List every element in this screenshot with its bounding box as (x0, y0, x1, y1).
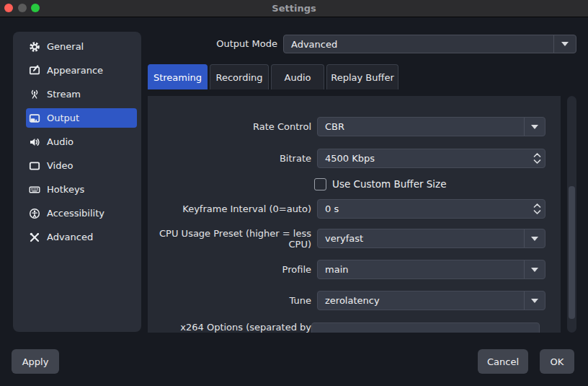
window-title: Settings (0, 0, 588, 17)
rate-control-row: Rate Control CBR (148, 117, 561, 136)
appearance-icon (28, 64, 41, 77)
sidebar-item-label: General (47, 41, 84, 52)
rate-control-label: Rate Control (148, 121, 311, 132)
output-mode-label: Output Mode (148, 35, 277, 53)
profile-value: main (325, 264, 348, 275)
cpu-preset-value: veryfast (325, 233, 363, 244)
sidebar-item-general[interactable]: General (26, 37, 137, 56)
output-icon (28, 112, 41, 125)
cpu-preset-label: CPU Usage Preset (higher = less CPU) (148, 228, 311, 250)
sidebar-item-audio[interactable]: Audio (26, 132, 137, 152)
spinner-arrows-icon[interactable] (533, 149, 541, 167)
tune-label: Tune (148, 295, 311, 306)
custom-buffer-label: Use Custom Buffer Size (332, 178, 447, 190)
profile-row: Profile main (148, 260, 561, 279)
output-mode-select[interactable]: Advanced (283, 35, 576, 53)
cancel-button[interactable]: Cancel (478, 349, 528, 374)
tab-streaming[interactable]: Streaming (148, 64, 208, 89)
cpu-preset-select[interactable]: veryfast (317, 229, 545, 248)
settings-window: Settings General Appearance Stream Outp (0, 0, 588, 386)
rate-control-select[interactable]: CBR (317, 117, 545, 136)
sidebar-item-label: Advanced (47, 232, 93, 242)
vertical-scrollbar[interactable] (567, 96, 576, 333)
sidebar-item-stream[interactable]: Stream (26, 84, 137, 104)
bitrate-row: Bitrate 4500 Kbps (148, 149, 561, 168)
sidebar-item-accessibility[interactable]: Accessibility (26, 203, 137, 223)
sidebar-item-label: Hotkeys (47, 184, 84, 195)
rate-control-value: CBR (325, 121, 344, 132)
bitrate-value: 4500 Kbps (325, 153, 375, 164)
profile-label: Profile (148, 264, 311, 275)
bitrate-spinner[interactable]: 4500 Kbps (317, 149, 545, 168)
tab-replay-buffer[interactable]: Replay Buffer (326, 64, 398, 89)
cpu-preset-row: CPU Usage Preset (higher = less CPU) ver… (148, 229, 561, 248)
output-mode-value: Advanced (291, 39, 337, 50)
accessibility-icon (28, 207, 41, 220)
x264-options-label: x264 Options (separated by space) (148, 322, 311, 333)
sidebar: General Appearance Stream Output Audio (13, 32, 141, 332)
tab-label: Streaming (153, 72, 202, 83)
sidebar-item-label: Output (47, 113, 79, 123)
tab-audio[interactable]: Audio (271, 64, 324, 89)
x264-options-row: x264 Options (separated by space) (148, 323, 561, 333)
tune-value: zerolatency (325, 295, 380, 306)
sidebar-item-hotkeys[interactable]: Hotkeys (26, 180, 137, 199)
keyframe-interval-label: Keyframe Interval (0=auto) (148, 203, 311, 214)
stream-icon (28, 88, 41, 101)
gear-icon (28, 40, 41, 53)
ok-button[interactable]: OK (540, 349, 574, 374)
tune-select[interactable]: zerolatency (317, 291, 545, 310)
custom-buffer-row: Use Custom Buffer Size (314, 177, 447, 190)
video-icon (28, 159, 41, 172)
tune-row: Tune zerolatency (148, 291, 561, 310)
apply-button[interactable]: Apply (12, 349, 59, 374)
chevron-down-icon (553, 35, 576, 53)
chevron-down-icon (524, 118, 545, 136)
custom-buffer-checkbox[interactable] (314, 178, 326, 190)
keyframe-interval-spinner[interactable]: 0 s (317, 199, 545, 219)
sidebar-item-label: Stream (47, 89, 81, 100)
sidebar-item-label: Video (47, 160, 73, 171)
chevron-down-icon (524, 229, 545, 247)
scrollbar-thumb[interactable] (569, 186, 575, 319)
x264-options-input[interactable] (311, 323, 540, 333)
titlebar: Settings (0, 0, 588, 17)
chevron-down-icon (524, 260, 545, 278)
sidebar-item-video[interactable]: Video (26, 156, 137, 175)
sidebar-item-advanced[interactable]: Advanced (26, 227, 137, 247)
sidebar-item-appearance[interactable]: Appearance (26, 61, 137, 80)
profile-select[interactable]: main (317, 260, 545, 279)
sidebar-item-label: Accessibility (47, 208, 104, 219)
sidebar-item-output[interactable]: Output (26, 108, 137, 128)
keyframe-interval-row: Keyframe Interval (0=auto) 0 s (148, 199, 561, 219)
spinner-arrows-icon[interactable] (533, 200, 541, 218)
keyframe-interval-value: 0 s (325, 203, 339, 214)
hotkeys-icon (28, 183, 41, 196)
tab-label: Recording (215, 72, 262, 83)
tab-bar: Streaming Recording Audio Replay Buffer (148, 64, 398, 89)
bitrate-label: Bitrate (148, 153, 311, 164)
sidebar-item-label: Appearance (47, 65, 103, 76)
advanced-icon (28, 231, 41, 244)
settings-pane: Rate Control CBR Bitrate 4500 Kbps Use C… (148, 96, 561, 333)
tab-label: Audio (285, 72, 311, 83)
chevron-down-icon (524, 291, 545, 310)
audio-icon (28, 136, 41, 149)
tab-label: Replay Buffer (331, 72, 394, 83)
sidebar-item-label: Audio (47, 136, 74, 147)
tab-recording[interactable]: Recording (210, 64, 269, 89)
